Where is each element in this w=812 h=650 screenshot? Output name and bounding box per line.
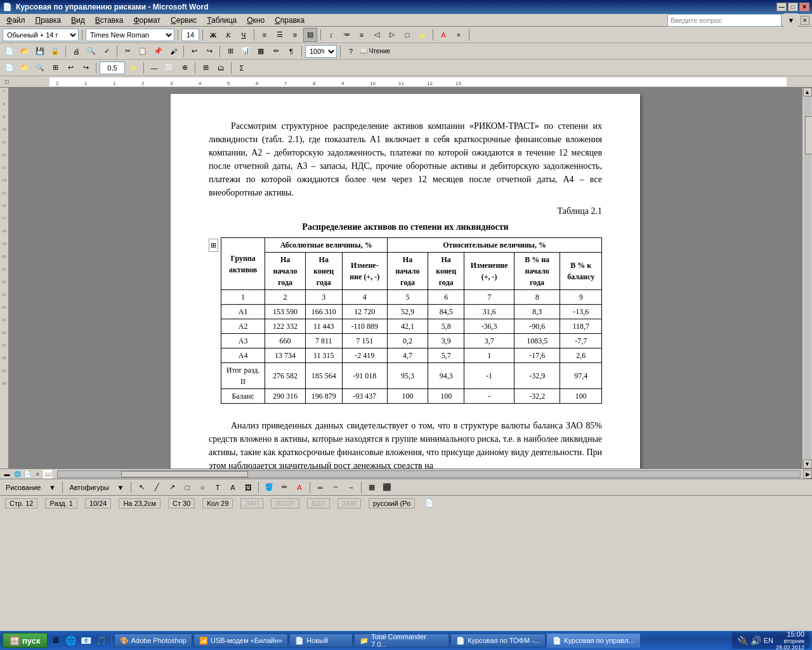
scroll-up-btn[interactable]: ▲ [803, 88, 812, 96]
table-move-handle[interactable]: ⊞ [209, 239, 218, 252]
save-btn[interactable]: 💾 [33, 44, 47, 58]
h-scroll-thumb[interactable] [121, 471, 248, 477]
font-color-btn[interactable]: A [436, 28, 450, 42]
shape-btn[interactable]: ⬜ [162, 61, 176, 75]
clipart-btn[interactable]: 🖼 [241, 481, 255, 494]
measurement-input[interactable] [100, 62, 125, 74]
open-btn[interactable]: 📂 [18, 44, 32, 58]
scroll-thumb[interactable] [805, 116, 813, 154]
document-area[interactable]: Рассмотрим структурное распределение акт… [9, 88, 802, 468]
print-preview-btn[interactable]: 🔍 [84, 44, 98, 58]
clock[interactable]: 15:00 вторник 28.02.2012 [776, 630, 804, 650]
menu-insert[interactable]: Вставка [91, 15, 128, 25]
menu-window[interactable]: Окно [243, 15, 268, 25]
bold-button[interactable]: Ж [206, 28, 220, 42]
arrange-btn[interactable]: ⊕ [178, 61, 192, 75]
bullets-btn[interactable]: ≡ [355, 28, 369, 42]
outline-view-btn[interactable]: ≡ [33, 470, 42, 479]
dash-style-btn[interactable]: ╌ [329, 481, 343, 494]
tray-lang[interactable]: EN [764, 637, 773, 644]
close-button[interactable]: ✕ [799, 3, 809, 11]
undo-btn[interactable]: ↩ [187, 44, 201, 58]
ql-outlook[interactable]: 📧 [79, 633, 93, 647]
menu-edit[interactable]: Правка [32, 15, 65, 25]
normal-view-btn[interactable]: ▬ [3, 470, 11, 479]
web-view-btn[interactable]: 🌐 [13, 470, 22, 479]
permission-btn[interactable]: 🔒 [48, 44, 62, 58]
copy-btn[interactable]: 📋 [136, 44, 150, 58]
menu-format[interactable]: Формат [129, 15, 164, 25]
line-style-btn[interactable]: ═ [313, 481, 327, 494]
paste-btn[interactable]: 📌 [151, 44, 165, 58]
autoshapes-btn[interactable]: Автофигуры [66, 481, 112, 494]
3d-btn[interactable]: ⬛ [380, 481, 394, 494]
reading-mode-btn[interactable]: 📖 Чтение [359, 44, 391, 58]
autoshapes-dropdown-btn[interactable]: ▼ [114, 481, 128, 494]
color-pick-btn[interactable]: A [126, 61, 140, 75]
menu-file[interactable]: Файл [3, 15, 29, 25]
wordart-btn[interactable]: A [226, 481, 240, 494]
arrow-style-btn[interactable]: → [344, 481, 358, 494]
spellcheck-btn[interactable]: ✓ [100, 44, 114, 58]
numbering-btn[interactable]: ≔ [339, 28, 353, 42]
tb3-btn1[interactable]: 📄 [3, 61, 16, 75]
ql-ie[interactable]: 🌐 [64, 633, 78, 647]
minimize-button[interactable]: — [776, 3, 787, 11]
taskbar-current-doc[interactable]: 📄 Курсовая по управл... [547, 633, 640, 647]
help-search-box[interactable]: Введите вопрос [667, 14, 782, 27]
taskbar-usb-modem[interactable]: 📶 USB-модем «Билайн» [193, 633, 288, 647]
print-view-btn[interactable]: 📄 [23, 470, 32, 479]
tb3-btn5[interactable]: ↩ [63, 61, 77, 75]
italic-button[interactable]: К [221, 28, 235, 42]
border-btn[interactable]: □ [400, 28, 414, 42]
tb3-btn6[interactable]: ↪ [79, 61, 93, 75]
ellipse-btn[interactable]: ○ [195, 481, 209, 494]
insert-table-btn[interactable]: ⊞ [223, 44, 237, 58]
decrease-indent-btn[interactable]: ◁ [370, 28, 384, 42]
cursor-btn[interactable]: ↖ [134, 481, 148, 494]
align-distribute-btn[interactable]: ⊞ [199, 61, 213, 75]
taskbar-tofm[interactable]: 📄 Курсовая по ТОФМ -... [450, 633, 546, 647]
print-btn[interactable]: 🖨 [69, 44, 83, 58]
tb3-btn2[interactable]: 📁 [18, 61, 32, 75]
sigma-btn[interactable]: Σ [235, 61, 249, 75]
maximize-button[interactable]: □ [788, 3, 798, 11]
start-button[interactable]: 🪟 пуск [3, 633, 48, 648]
rect-btn[interactable]: □ [180, 481, 194, 494]
style-selector[interactable]: Обычный + 14 г [3, 29, 79, 41]
menu-table[interactable]: Таблица [203, 15, 240, 25]
underline-button[interactable]: Ч [237, 28, 251, 42]
font-color-btn2[interactable]: A [292, 481, 306, 494]
reading-view-btn[interactable]: 📖 [43, 470, 52, 479]
highlight-btn[interactable]: 🖌 [416, 28, 429, 42]
scroll-down-btn[interactable]: ▼ [803, 460, 812, 468]
format-painter-btn[interactable]: 🖌 [166, 44, 180, 58]
tb3-btn4[interactable]: ⊞ [48, 61, 62, 75]
textbox-btn[interactable]: T [211, 481, 225, 494]
help-btn[interactable]: ? [344, 44, 358, 58]
drawing-toggle-btn[interactable]: ✏ [269, 44, 283, 58]
fill-color-btn[interactable]: 🪣 [262, 481, 276, 494]
shadow-btn[interactable]: ▦ [365, 481, 379, 494]
drawing-dropdown-btn[interactable]: ▼ [45, 481, 59, 494]
help-close-btn[interactable]: ✕ [801, 16, 809, 25]
line-color-btn[interactable]: ✏ [277, 481, 291, 494]
strikethrough-btn[interactable]: × [452, 28, 466, 42]
line-tool-btn[interactable]: — [147, 61, 161, 75]
columns-btn[interactable]: ▦ [254, 44, 268, 58]
insert-excel-btn[interactable]: 📊 [239, 44, 252, 58]
ql-show-desktop[interactable]: 🖥 [49, 633, 63, 647]
font-size-input[interactable] [181, 29, 199, 41]
align-left-btn[interactable]: ≡ [258, 28, 272, 42]
redo-btn[interactable]: ↪ [202, 44, 216, 58]
cut-btn[interactable]: ✂ [121, 44, 134, 58]
help-dropdown-btn[interactable]: ▼ [784, 13, 798, 27]
tb3-btn3[interactable]: 🔍 [33, 61, 47, 75]
scroll-right-btn[interactable]: ▶ [803, 470, 812, 479]
drawing-label[interactable]: Рисование [3, 481, 44, 494]
vertical-scrollbar[interactable]: ▲ ▼ [802, 88, 812, 468]
zoom-selector[interactable]: 100% [305, 45, 337, 58]
group-btn[interactable]: 🗂 [214, 61, 228, 75]
menu-help[interactable]: Справка [271, 15, 308, 25]
taskbar-total-commander[interactable]: 📁 Total Commander 7.0... [354, 633, 449, 647]
